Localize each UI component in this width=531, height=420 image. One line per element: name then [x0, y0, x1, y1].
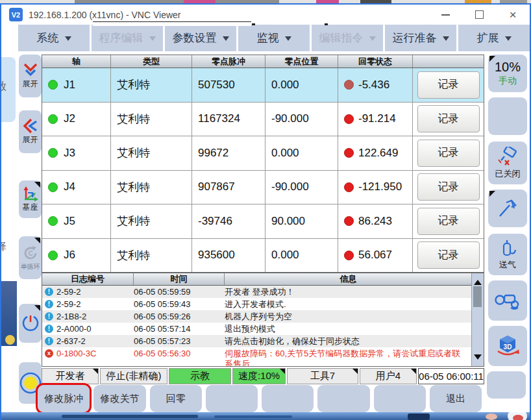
minimize-icon [441, 14, 450, 16]
home-status-value: -121.950 [358, 180, 402, 193]
modify-pulse-button[interactable]: 修改脉冲 [38, 385, 90, 412]
record-button[interactable]: 记录 [417, 241, 480, 269]
blank-button[interactable] [374, 385, 426, 412]
log-scrollbar[interactable] [471, 273, 484, 366]
tool-closed-button[interactable]: 已关闭 [488, 142, 527, 184]
col-header-type: 类型 [111, 55, 192, 68]
chevron-down-icon [443, 36, 449, 44]
single-cycle-button[interactable]: C 单循环 [19, 236, 42, 279]
table-row-j1[interactable]: J1 艾利特 507530 0.000 -5.436 记录 [42, 68, 484, 103]
scroll-up-icon[interactable] [474, 276, 482, 285]
exit-button[interactable]: 退出 [430, 385, 482, 412]
zero-position-value: 0.000 [266, 68, 338, 102]
log-row: !2-A000-0 06-05 05:57:14 退出预约模式 [42, 323, 484, 335]
blank-button[interactable] [317, 385, 369, 412]
double-chevron-left-icon [22, 118, 39, 134]
log-row: !2-1B8-2 06-05 05:59:26 机器人序列号为空 [42, 310, 484, 323]
record-button[interactable]: 记录 [417, 173, 480, 201]
record-button[interactable]: 记录 [417, 140, 480, 167]
user-frame-selector[interactable]: 用户4 [360, 368, 417, 384]
expand-label: 展开 [23, 134, 38, 145]
modify-joint-button[interactable]: 修改关节 [93, 385, 145, 412]
axis-type: 艾利特 [111, 136, 192, 170]
3d-view-button[interactable]: 3D [488, 326, 527, 366]
manual-mode-label: 手动 [499, 75, 517, 87]
zero-position-value: -90.000 [266, 171, 338, 204]
vnc-viewer-window: { "window": { "title": "192.168.1.200 (x… [0, 0, 531, 420]
record-button[interactable]: 记录 [417, 71, 480, 99]
zero-pulse-value: 1167324 [192, 103, 266, 136]
col-header-log-id: 日志编号 [42, 273, 134, 285]
info-icon: ! [45, 300, 53, 308]
scroll-down-icon[interactable] [474, 354, 482, 364]
expand-left-button[interactable]: 展开 [19, 110, 42, 153]
status-bar: 开发者 停止(非精确) 示教 速度:10% 工具7 用户4 06-05 06:0… [42, 368, 484, 384]
col-header-axis: 轴 [42, 55, 111, 68]
maximize-button[interactable] [462, 5, 496, 25]
record-button[interactable]: 记录 [417, 105, 480, 132]
axis-type: 艾利特 [111, 239, 192, 273]
scroll-thumb[interactable] [473, 286, 482, 307]
close-button[interactable]: × [496, 5, 530, 25]
expand-down-button[interactable]: 展开 [19, 55, 42, 97]
enabled-dot-icon [48, 114, 58, 124]
menu-system[interactable]: 系统 [18, 25, 90, 51]
tool-selector[interactable]: 工具7 [287, 368, 358, 384]
blank-sidebar-button[interactable] [488, 97, 527, 135]
menu-parameter-settings[interactable]: 参数设置 [165, 25, 236, 51]
axis-type: 艾利特 [111, 204, 192, 238]
menu-run-prepare[interactable]: 运行准备 [385, 25, 456, 51]
axis-label: J3 [64, 147, 75, 160]
menu-extension[interactable]: 扩展 [458, 25, 530, 51]
table-row-j5[interactable]: J5 艾利特 -39746 90.000 86.243 记录 [42, 204, 484, 239]
left-edge-remnant: 放 择 [1, 25, 18, 414]
col-header-time: 时间 [134, 273, 225, 285]
axis-type: 艾利特 [111, 68, 192, 102]
blank-button[interactable] [206, 385, 258, 412]
axis-label: J2 [64, 112, 75, 125]
chevron-down-icon [369, 36, 376, 44]
caliper-tool-button[interactable] [488, 190, 527, 227]
closed-label: 已关闭 [495, 168, 521, 180]
power-button[interactable] [19, 304, 42, 343]
log-row: !2-59-2 06-05 05:59:43 进入开发者模式. [42, 298, 484, 310]
maximize-icon [475, 10, 484, 19]
camera-grip-button[interactable] [488, 280, 527, 321]
chevron-down-icon [505, 36, 512, 44]
zero-position-value: 90.000 [266, 204, 338, 238]
enabled-dot-icon [48, 80, 58, 90]
log-row: !2-637-2 06-05 05:57:23 请先点击初始化，确保处于同步状态 [42, 335, 484, 347]
cycle-arrow-icon: C [22, 245, 39, 262]
user-level-selector[interactable]: 开发者 [42, 368, 99, 384]
chevron-down-icon [149, 36, 156, 44]
minimize-button[interactable] [428, 5, 462, 25]
caliper-icon [497, 197, 519, 219]
table-row-j3[interactable]: J3 艾利特 99672 0.000 122.649 记录 [42, 136, 484, 171]
background-remnant [325, 23, 328, 25]
home-status-dot-icon [344, 80, 354, 90]
blank-sidebar-button[interactable] [487, 371, 526, 399]
background-window-strip [0, 0, 531, 4]
chevron-down-icon [223, 36, 229, 44]
zero-position-value: 0.000 [266, 136, 338, 170]
speed-mode-button[interactable]: 10% 手动 [488, 55, 527, 92]
axis-label: J6 [64, 249, 75, 262]
zero-pulse-value: 935600 [192, 239, 266, 273]
base-frame-button[interactable]: 基座 [19, 180, 42, 218]
bottom-button-row: 修改脉冲 修改关节 回零 退出 [38, 385, 482, 412]
blank-button[interactable] [262, 385, 314, 412]
expand-label: 展开 [23, 79, 38, 90]
home-status-value: 86.243 [358, 215, 392, 228]
record-button[interactable]: 记录 [417, 208, 480, 235]
table-row-j6[interactable]: J6 艾利特 935600 0.000 56.067 记录 [42, 239, 484, 273]
info-icon: ! [45, 337, 53, 345]
home-button[interactable]: 回零 [150, 385, 202, 412]
speed-selector[interactable]: 速度:10% [232, 368, 286, 384]
table-row-j4[interactable]: J4 艾利特 907867 -90.000 -121.950 记录 [42, 171, 484, 205]
menu-monitor[interactable]: 监视 [238, 25, 310, 51]
table-row-j2[interactable]: J2 艾利特 1167324 -90.000 -91.214 记录 [42, 103, 484, 137]
air-supply-button[interactable]: 送气 [488, 234, 527, 275]
desktop-background [0, 412, 531, 420]
svg-text:3D: 3D [504, 343, 512, 351]
zero-position-value: 0.000 [266, 239, 338, 273]
